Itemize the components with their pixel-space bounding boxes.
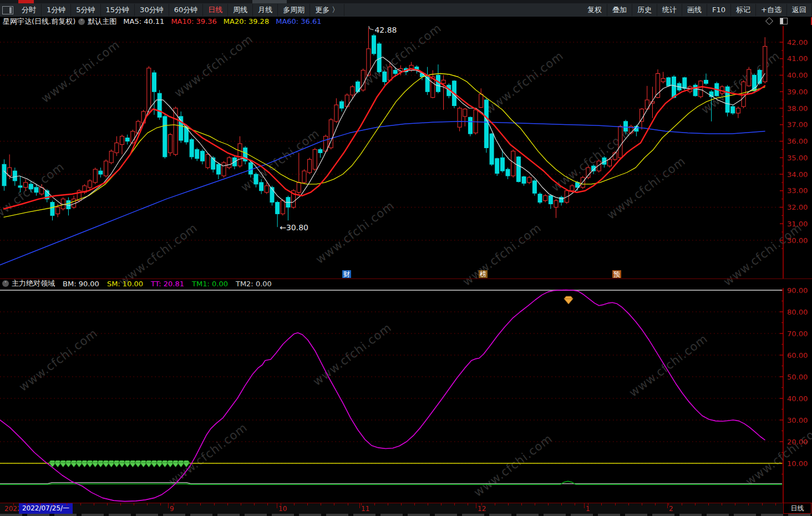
- candle[interactable]: [645, 86, 649, 110]
- candle[interactable]: [484, 98, 488, 153]
- candle[interactable]: [506, 168, 510, 179]
- chevron-down-icon[interactable]: ˅: [2, 280, 9, 287]
- tab-60min[interactable]: 60分钟: [169, 4, 204, 16]
- candle[interactable]: [163, 113, 167, 159]
- candle[interactable]: [554, 199, 558, 218]
- candle[interactable]: [222, 161, 226, 178]
- candle[interactable]: [216, 163, 220, 179]
- candle[interactable]: [93, 168, 97, 184]
- candle[interactable]: [661, 72, 665, 84]
- candle[interactable]: [527, 176, 531, 184]
- candle[interactable]: [8, 154, 12, 179]
- candle[interactable]: [318, 148, 322, 158]
- candle[interactable]: [383, 70, 387, 85]
- event-badge-预[interactable]: 预: [612, 270, 621, 278]
- candle[interactable]: [254, 173, 258, 188]
- bottom-scroll-strip[interactable]: [0, 514, 812, 516]
- btn-overlay[interactable]: 叠加: [607, 4, 632, 16]
- candle[interactable]: [463, 108, 467, 127]
- candle[interactable]: [2, 159, 6, 191]
- candle[interactable]: [340, 100, 344, 112]
- event-badge-财[interactable]: 财: [342, 270, 351, 278]
- candle[interactable]: [50, 201, 54, 221]
- candle[interactable]: [243, 146, 247, 164]
- btn-addwatch[interactable]: +自选: [756, 4, 787, 16]
- main-candlestick-chart[interactable]: 42.0041.0040.0039.0038.0037.0036.0035.00…: [0, 26, 812, 279]
- tab-weekly[interactable]: 周线: [228, 4, 253, 16]
- candle[interactable]: [168, 133, 172, 156]
- candle[interactable]: [490, 133, 494, 166]
- candle[interactable]: [120, 135, 124, 155]
- btn-history[interactable]: 历史: [632, 4, 657, 16]
- candle[interactable]: [538, 193, 542, 204]
- candle[interactable]: [474, 108, 478, 135]
- candle[interactable]: [532, 179, 536, 196]
- candle[interactable]: [34, 184, 38, 196]
- candle[interactable]: [109, 149, 113, 164]
- candle[interactable]: [436, 64, 440, 93]
- candle[interactable]: [265, 183, 268, 194]
- candle[interactable]: [560, 196, 564, 206]
- candle[interactable]: [195, 148, 199, 161]
- tab-monthly[interactable]: 月线: [253, 4, 278, 16]
- tab-30min[interactable]: 30分钟: [135, 4, 169, 16]
- split-pane-icon[interactable]: [780, 18, 788, 24]
- candle[interactable]: [672, 75, 676, 99]
- candle[interactable]: [276, 201, 280, 227]
- candle[interactable]: [158, 90, 161, 120]
- btn-f10[interactable]: F10: [707, 4, 731, 16]
- candle[interactable]: [334, 98, 338, 123]
- candle[interactable]: [190, 138, 194, 160]
- candle[interactable]: [618, 125, 622, 159]
- tab-1min[interactable]: 1分钟: [42, 4, 71, 16]
- candle[interactable]: [361, 69, 365, 92]
- candle[interactable]: [24, 179, 28, 191]
- period-corner-label[interactable]: 日线: [783, 503, 811, 514]
- candle[interactable]: [736, 107, 740, 118]
- candle[interactable]: [179, 112, 183, 143]
- candle[interactable]: [725, 85, 729, 117]
- candle[interactable]: [656, 69, 660, 98]
- candle[interactable]: [479, 88, 483, 108]
- candle[interactable]: [302, 169, 306, 184]
- candle[interactable]: [731, 105, 735, 115]
- tab-5min[interactable]: 5分钟: [71, 4, 100, 16]
- candle[interactable]: [763, 37, 767, 83]
- candle[interactable]: [200, 149, 204, 164]
- btn-back[interactable]: 返回: [787, 4, 812, 16]
- tab-more[interactable]: 更多 〉: [310, 4, 344, 16]
- tab-15min[interactable]: 15分钟: [101, 4, 135, 16]
- candle[interactable]: [206, 153, 210, 169]
- candle[interactable]: [308, 158, 312, 174]
- candle[interactable]: [495, 158, 499, 176]
- candle[interactable]: [372, 34, 376, 55]
- tab-multiperiod[interactable]: 多周期: [278, 4, 310, 16]
- candle[interactable]: [260, 179, 263, 194]
- candle[interactable]: [458, 107, 461, 131]
- btn-fuquan[interactable]: 复权: [582, 4, 607, 16]
- candle[interactable]: [104, 159, 108, 178]
- chevron-down-icon[interactable]: ˅: [78, 18, 85, 25]
- candle[interactable]: [544, 194, 547, 203]
- candle[interactable]: [345, 93, 349, 108]
- candle[interactable]: [613, 151, 617, 161]
- candle[interactable]: [367, 28, 371, 77]
- candle[interactable]: [441, 75, 445, 110]
- candle[interactable]: [629, 125, 633, 135]
- candle[interactable]: [592, 164, 596, 174]
- candle[interactable]: [313, 148, 317, 171]
- candle[interactable]: [329, 118, 333, 150]
- event-badge-榜[interactable]: 榜: [479, 270, 488, 278]
- candle[interactable]: [29, 181, 33, 193]
- candle[interactable]: [549, 194, 552, 209]
- candle[interactable]: [297, 153, 301, 194]
- candle[interactable]: [425, 67, 429, 95]
- candle[interactable]: [99, 168, 103, 178]
- candle[interactable]: [83, 184, 87, 194]
- candle[interactable]: [292, 189, 296, 209]
- candle[interactable]: [18, 176, 22, 193]
- btn-drawline[interactable]: 画线: [682, 4, 707, 16]
- candle[interactable]: [758, 69, 762, 85]
- candle[interactable]: [115, 136, 119, 156]
- candle[interactable]: [147, 66, 151, 113]
